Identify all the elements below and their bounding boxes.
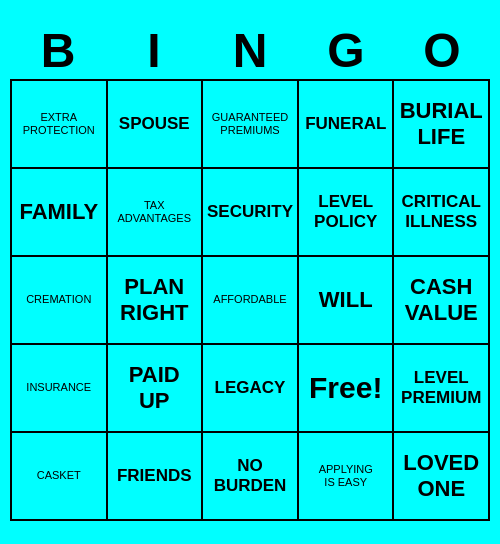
bingo-cell: SECURITY xyxy=(203,169,299,257)
cell-label: Free! xyxy=(309,370,382,406)
bingo-cell: FRIENDS xyxy=(108,433,204,521)
cell-label: PAID UP xyxy=(129,362,180,415)
cell-label: LEVEL POLICY xyxy=(314,192,377,233)
bingo-cell: TAX ADVANTAGES xyxy=(108,169,204,257)
bingo-cell: INSURANCE xyxy=(12,345,108,433)
cell-label: CREMATION xyxy=(26,293,91,306)
bingo-cell: LOVED ONE xyxy=(394,433,490,521)
cell-label: FUNERAL xyxy=(305,114,386,134)
bingo-grid: EXTRA PROTECTIONSPOUSEGUARANTEED PREMIUM… xyxy=(10,79,490,521)
bingo-cell: EXTRA PROTECTION xyxy=(12,81,108,169)
cell-label: CRITICAL ILLNESS xyxy=(402,192,481,233)
bingo-cell: SPOUSE xyxy=(108,81,204,169)
cell-label: SECURITY xyxy=(207,202,293,222)
cell-label: AFFORDABLE xyxy=(213,293,286,306)
cell-label: INSURANCE xyxy=(26,381,91,394)
bingo-letter: I xyxy=(106,23,202,79)
cell-label: SPOUSE xyxy=(119,114,190,134)
bingo-cell: AFFORDABLE xyxy=(203,257,299,345)
bingo-card: BINGO EXTRA PROTECTIONSPOUSEGUARANTEED P… xyxy=(10,23,490,521)
bingo-cell: LEVEL POLICY xyxy=(299,169,395,257)
bingo-cell: CRITICAL ILLNESS xyxy=(394,169,490,257)
bingo-letter: G xyxy=(298,23,394,79)
cell-label: GUARANTEED PREMIUMS xyxy=(212,111,288,137)
bingo-letter: O xyxy=(394,23,490,79)
cell-label: TAX ADVANTAGES xyxy=(117,199,191,225)
bingo-cell: LEVEL PREMIUM xyxy=(394,345,490,433)
bingo-cell: WILL xyxy=(299,257,395,345)
bingo-cell: CASH VALUE xyxy=(394,257,490,345)
bingo-cell: CASKET xyxy=(12,433,108,521)
bingo-cell: NO BURDEN xyxy=(203,433,299,521)
bingo-cell: CREMATION xyxy=(12,257,108,345)
bingo-header: BINGO xyxy=(10,23,490,79)
cell-label: NO BURDEN xyxy=(214,456,287,497)
cell-label: BURIAL LIFE xyxy=(400,98,483,151)
cell-label: LEGACY xyxy=(215,378,286,398)
cell-label: FAMILY xyxy=(19,199,98,225)
bingo-letter: B xyxy=(10,23,106,79)
bingo-cell: APPLYING IS EASY xyxy=(299,433,395,521)
bingo-cell: BURIAL LIFE xyxy=(394,81,490,169)
cell-label: EXTRA PROTECTION xyxy=(23,111,95,137)
cell-label: LEVEL PREMIUM xyxy=(401,368,481,409)
bingo-cell: PAID UP xyxy=(108,345,204,433)
bingo-cell: FUNERAL xyxy=(299,81,395,169)
bingo-letter: N xyxy=(202,23,298,79)
bingo-cell: PLAN RIGHT xyxy=(108,257,204,345)
cell-label: APPLYING IS EASY xyxy=(319,463,373,489)
cell-label: FRIENDS xyxy=(117,466,192,486)
bingo-cell: Free! xyxy=(299,345,395,433)
cell-label: CASH VALUE xyxy=(405,274,478,327)
bingo-cell: FAMILY xyxy=(12,169,108,257)
cell-label: PLAN RIGHT xyxy=(120,274,188,327)
bingo-cell: GUARANTEED PREMIUMS xyxy=(203,81,299,169)
cell-label: CASKET xyxy=(37,469,81,482)
cell-label: WILL xyxy=(319,287,373,313)
cell-label: LOVED ONE xyxy=(403,450,479,503)
bingo-cell: LEGACY xyxy=(203,345,299,433)
